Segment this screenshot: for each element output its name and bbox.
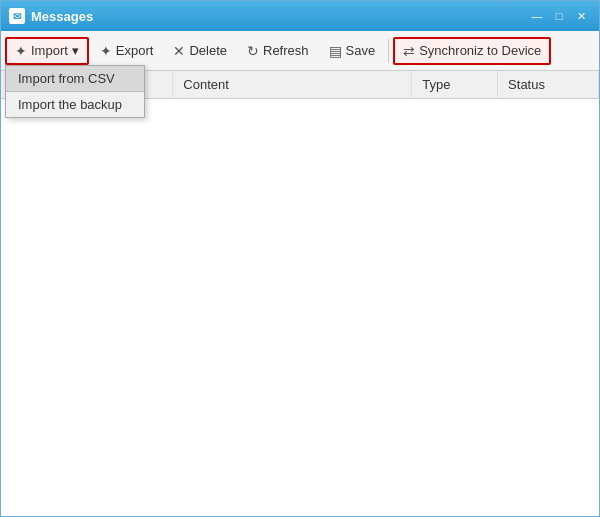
refresh-icon: ↻ xyxy=(247,43,259,59)
col-status: Status xyxy=(498,71,599,99)
sync-button[interactable]: ⇄ Synchroniz to Device xyxy=(393,37,551,65)
import-dropdown-menu: Import from CSV Import the backup xyxy=(5,65,145,118)
refresh-button[interactable]: ↻ Refresh xyxy=(238,38,318,64)
window-icon: ✉ xyxy=(9,8,25,24)
import-icon: ✦ xyxy=(15,43,27,59)
sync-icon: ⇄ xyxy=(403,43,415,59)
refresh-label: Refresh xyxy=(263,43,309,58)
import-csv-item[interactable]: Import from CSV xyxy=(6,66,144,92)
delete-icon: ✕ xyxy=(173,43,185,59)
save-button[interactable]: ▤ Save xyxy=(320,38,385,64)
col-content: Content xyxy=(173,71,412,99)
import-backup-item[interactable]: Import the backup xyxy=(6,92,144,117)
table-container: Created Time Content Type Status xyxy=(1,71,599,516)
export-button[interactable]: ✦ Export xyxy=(91,38,163,64)
delete-button[interactable]: ✕ Delete xyxy=(164,38,236,64)
minimize-button[interactable]: — xyxy=(527,7,547,25)
import-label: Import xyxy=(31,43,68,58)
save-icon: ▤ xyxy=(329,43,342,59)
export-icon: ✦ xyxy=(100,43,112,59)
maximize-button[interactable]: □ xyxy=(549,7,569,25)
import-arrow: ▾ xyxy=(72,43,79,58)
col-type: Type xyxy=(412,71,498,99)
title-bar-controls: — □ ✕ xyxy=(527,7,591,25)
save-label: Save xyxy=(346,43,376,58)
import-dropdown-container: ✦ Import ▾ Import from CSV Import the ba… xyxy=(5,37,89,65)
close-button[interactable]: ✕ xyxy=(571,7,591,25)
import-button[interactable]: ✦ Import ▾ xyxy=(5,37,89,65)
window-title: Messages xyxy=(31,9,93,24)
toolbar-separator xyxy=(388,39,389,63)
delete-label: Delete xyxy=(189,43,227,58)
messages-window: ✉ Messages — □ ✕ ✦ Import ▾ Import from … xyxy=(0,0,600,517)
title-bar-left: ✉ Messages xyxy=(9,8,93,24)
export-label: Export xyxy=(116,43,154,58)
sync-label: Synchroniz to Device xyxy=(419,43,541,58)
title-bar: ✉ Messages — □ ✕ xyxy=(1,1,599,31)
toolbar: ✦ Import ▾ Import from CSV Import the ba… xyxy=(1,31,599,71)
